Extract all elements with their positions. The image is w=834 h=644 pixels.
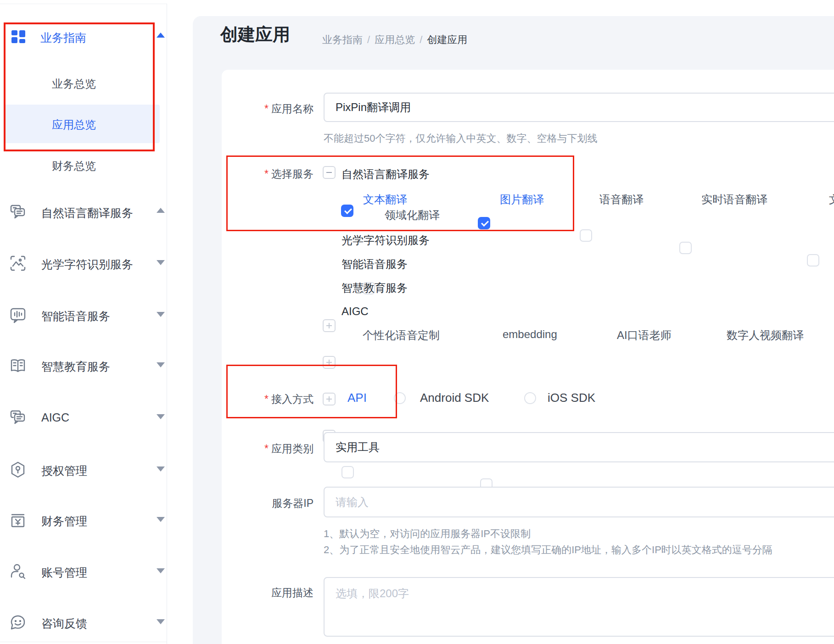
breadcrumb-business-guide[interactable]: 业务指南 — [322, 34, 363, 45]
checkbox-label-embedding[interactable]: embedding — [503, 328, 557, 341]
radio-label-android-sdk[interactable]: Android SDK — [420, 391, 489, 405]
sidebar-item-business-guide[interactable]: 业务指南 — [40, 30, 86, 45]
chevron-down-icon[interactable] — [157, 517, 165, 522]
checkbox-text-translation[interactable] — [341, 205, 353, 217]
checkbox-label-digital-human-video[interactable]: 数字人视频翻译 — [727, 328, 804, 343]
chevron-down-icon[interactable] — [157, 362, 165, 367]
app-name-hint: 不能超过50个字符，仅允许输入中英文、数字、空格与下划线 — [324, 132, 597, 145]
checkbox-truncated[interactable] — [807, 254, 819, 266]
sidebar-item-authorization[interactable]: 授权管理 — [41, 463, 87, 478]
breadcrumb-separator: / — [420, 34, 422, 45]
sidebar-item-account[interactable]: 账号管理 — [41, 565, 87, 580]
required-asterisk: * — [264, 393, 269, 405]
breadcrumb-current: 创建应用 — [427, 34, 467, 45]
page-title: 创建应用 — [220, 23, 290, 46]
card-yuan-icon — [9, 511, 27, 529]
open-book-icon — [9, 357, 27, 374]
sidebar-item-feedback[interactable]: 咨询反馈 — [41, 616, 87, 631]
chevron-down-icon[interactable] — [157, 260, 165, 265]
sidebar-item-business-overview[interactable]: 业务总览 — [52, 77, 96, 91]
app-name-input[interactable] — [324, 93, 834, 122]
sidebar: 业务指南 业务总览 应用总览 财务总览 自然语言翻译服务 光学字符识别服务 智能… — [0, 0, 167, 644]
chevron-down-icon[interactable] — [157, 619, 165, 624]
required-asterisk: * — [264, 443, 269, 455]
checkbox-voice-customization[interactable] — [341, 466, 354, 478]
ocr-scan-icon — [9, 255, 27, 272]
collapse-node-icon[interactable] — [323, 166, 336, 179]
chat-translate-icon — [9, 203, 27, 221]
app-description-textarea[interactable] — [324, 577, 834, 637]
sidebar-item-nlp-translation[interactable]: 自然语言翻译服务 — [41, 205, 133, 221]
sidebar-bottom-divider — [0, 642, 167, 642]
radio-android-sdk[interactable] — [394, 392, 406, 404]
service-group-speech[interactable]: 智能语音服务 — [341, 257, 408, 272]
sidebar-divider — [167, 4, 167, 644]
service-group-education[interactable]: 智慧教育服务 — [341, 281, 408, 295]
server-ip-label: 服务器IP — [235, 496, 313, 511]
service-group-nlp[interactable]: 自然语言翻译服务 — [341, 167, 430, 182]
form-card — [222, 70, 834, 644]
checkbox-label-speech-translation[interactable]: 语音翻译 — [599, 192, 644, 207]
checkbox-label-ai-speaking-teacher[interactable]: AI口语老师 — [617, 328, 672, 343]
user-search-icon — [9, 563, 27, 580]
sidebar-item-ocr[interactable]: 光学字符识别服务 — [41, 257, 133, 272]
sidebar-item-education[interactable]: 智慧教育服务 — [41, 359, 110, 374]
breadcrumb-app-overview[interactable]: 应用总览 — [375, 34, 415, 45]
chevron-down-icon[interactable] — [157, 312, 165, 317]
chevron-down-icon[interactable] — [157, 414, 165, 419]
checkbox-label-text-translation[interactable]: 文本翻译 — [363, 192, 407, 207]
app-category-value: 实用工具 — [336, 441, 380, 453]
chevron-up-icon[interactable] — [157, 33, 165, 38]
sidebar-top-divider — [0, 4, 167, 4]
radio-label-api[interactable]: API — [347, 391, 367, 405]
voice-bubble-icon — [9, 306, 27, 324]
app-category-label: *应用类别 — [235, 442, 313, 456]
select-service-label: *选择服务 — [235, 167, 313, 181]
hexagon-key-icon — [9, 461, 27, 478]
app-name-label: *应用名称 — [235, 102, 313, 116]
checkbox-label-truncated[interactable]: 文 — [829, 192, 834, 207]
expand-node-icon[interactable] — [323, 356, 336, 369]
expand-node-icon[interactable] — [323, 393, 336, 405]
radio-label-ios-sdk[interactable]: iOS SDK — [548, 391, 595, 405]
feedback-smile-icon — [9, 614, 27, 631]
dashboard-icon — [10, 28, 27, 45]
checkbox-image-translation[interactable] — [478, 217, 490, 229]
chevron-down-icon[interactable] — [157, 568, 165, 573]
checkbox-realtime-speech-translation[interactable] — [679, 242, 692, 254]
chat-ai-icon — [9, 409, 27, 426]
sidebar-item-aigc[interactable]: AIGC — [41, 411, 69, 424]
app-category-select[interactable]: 实用工具 — [324, 432, 834, 462]
service-group-aigc[interactable]: AIGC — [341, 305, 369, 318]
checkbox-label-realtime-speech-translation[interactable]: 实时语音翻译 — [701, 192, 767, 207]
sidebar-item-finance[interactable]: 财务管理 — [41, 514, 87, 529]
breadcrumb: 业务指南/应用总览/创建应用 — [322, 33, 467, 47]
chevron-down-icon[interactable] — [157, 466, 165, 472]
radio-ios-sdk[interactable] — [524, 392, 536, 404]
server-ip-hint-2: 2、为了正常且安全地使用智云产品，建议您填写正确的IP地址，输入多个IP时以英文… — [324, 543, 772, 557]
service-group-ocr[interactable]: 光学字符识别服务 — [341, 233, 430, 248]
required-asterisk: * — [264, 168, 269, 180]
server-ip-hint-1: 1、默认为空，对访问的应用服务器IP不设限制 — [324, 527, 531, 541]
checkbox-label-voice-customization[interactable]: 个性化语音定制 — [363, 328, 440, 343]
sidebar-item-speech[interactable]: 智能语音服务 — [41, 309, 110, 324]
chevron-up-icon[interactable] — [157, 208, 165, 213]
checkbox-label-domain-translation[interactable]: 领域化翻译 — [385, 208, 440, 222]
access-mode-label: *接入方式 — [235, 392, 313, 406]
sidebar-item-app-overview[interactable]: 应用总览 — [52, 117, 96, 132]
app-description-label: 应用描述 — [235, 586, 313, 600]
sidebar-item-finance-overview[interactable]: 财务总览 — [52, 159, 96, 173]
checkbox-speech-translation[interactable] — [580, 229, 592, 242]
checkbox-label-image-translation[interactable]: 图片翻译 — [500, 192, 544, 207]
required-asterisk: * — [264, 103, 269, 115]
server-ip-input[interactable] — [324, 487, 834, 517]
expand-node-icon[interactable] — [323, 319, 336, 332]
breadcrumb-separator: / — [367, 34, 370, 45]
